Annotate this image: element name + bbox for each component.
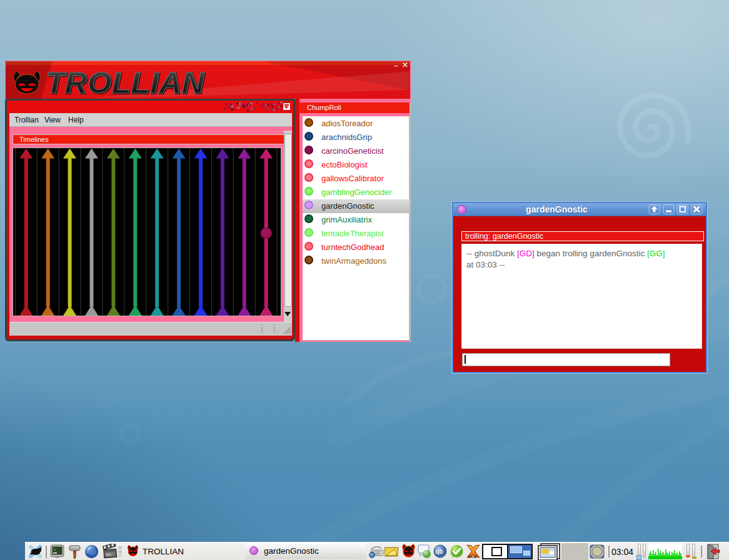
svg-text:chat: chat [468,554,476,559]
svg-text:Mvi: Mvi [106,552,111,557]
svg-text:qb: qb [436,548,443,555]
svg-text:>: > [53,548,56,552]
